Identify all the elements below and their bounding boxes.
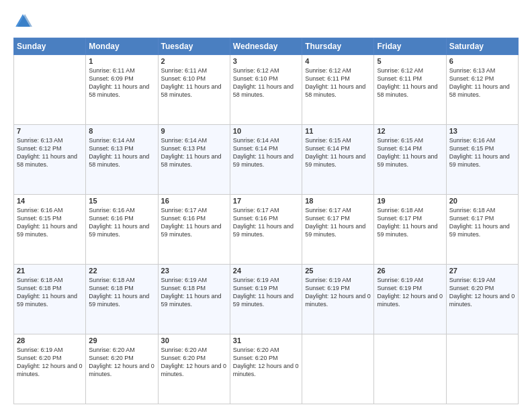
calendar-cell: 6Sunrise: 6:13 AMSunset: 6:12 PMDaylight… <box>446 55 518 125</box>
cell-info: Sunrise: 6:17 AMSunset: 6:17 PMDaylight:… <box>305 206 371 239</box>
calendar-cell: 19Sunrise: 6:18 AMSunset: 6:17 PMDayligh… <box>374 195 446 265</box>
cell-info: Sunrise: 6:20 AMSunset: 6:20 PMDaylight:… <box>89 346 154 379</box>
cell-info: Sunrise: 6:16 AMSunset: 6:16 PMDaylight:… <box>89 206 154 239</box>
cell-info: Sunrise: 6:11 AMSunset: 6:09 PMDaylight:… <box>89 66 154 99</box>
calendar-cell: 24Sunrise: 6:19 AMSunset: 6:19 PMDayligh… <box>230 265 302 334</box>
day-number: 29 <box>89 336 154 345</box>
cell-info: Sunrise: 6:16 AMSunset: 6:15 PMDaylight:… <box>17 206 83 239</box>
day-number: 25 <box>305 267 371 275</box>
day-number: 24 <box>233 267 299 275</box>
calendar-week-row: 28Sunrise: 6:19 AMSunset: 6:20 PMDayligh… <box>14 334 519 404</box>
cell-info: Sunrise: 6:19 AMSunset: 6:18 PMDaylight:… <box>161 276 227 309</box>
weekday-header: Wednesday <box>230 38 302 55</box>
cell-info: Sunrise: 6:19 AMSunset: 6:20 PMDaylight:… <box>449 276 515 309</box>
calendar-cell: 11Sunrise: 6:15 AMSunset: 6:14 PMDayligh… <box>302 125 374 195</box>
cell-info: Sunrise: 6:14 AMSunset: 6:13 PMDaylight:… <box>89 136 154 169</box>
calendar-cell: 20Sunrise: 6:18 AMSunset: 6:17 PMDayligh… <box>446 195 518 265</box>
cell-info: Sunrise: 6:19 AMSunset: 6:19 PMDaylight:… <box>377 276 443 309</box>
day-number: 20 <box>449 197 515 205</box>
calendar-table: SundayMondayTuesdayWednesdayThursdayFrid… <box>13 38 519 404</box>
cell-info: Sunrise: 6:13 AMSunset: 6:12 PMDaylight:… <box>449 66 515 99</box>
calendar-cell: 21Sunrise: 6:18 AMSunset: 6:18 PMDayligh… <box>14 265 86 334</box>
cell-info: Sunrise: 6:17 AMSunset: 6:16 PMDaylight:… <box>233 206 299 239</box>
cell-info: Sunrise: 6:18 AMSunset: 6:18 PMDaylight:… <box>89 276 154 309</box>
calendar-cell: 27Sunrise: 6:19 AMSunset: 6:20 PMDayligh… <box>446 265 518 334</box>
calendar-cell: 18Sunrise: 6:17 AMSunset: 6:17 PMDayligh… <box>302 195 374 265</box>
cell-info: Sunrise: 6:19 AMSunset: 6:19 PMDaylight:… <box>305 276 371 309</box>
day-number: 16 <box>161 197 227 205</box>
weekday-header: Tuesday <box>158 38 230 55</box>
day-number: 15 <box>89 197 154 205</box>
calendar-cell: 13Sunrise: 6:16 AMSunset: 6:15 PMDayligh… <box>446 125 518 195</box>
cell-info: Sunrise: 6:12 AMSunset: 6:10 PMDaylight:… <box>233 66 299 99</box>
day-number: 27 <box>449 267 515 275</box>
cell-info: Sunrise: 6:12 AMSunset: 6:11 PMDaylight:… <box>377 66 443 99</box>
header <box>13 12 519 31</box>
cell-info: Sunrise: 6:13 AMSunset: 6:12 PMDaylight:… <box>17 136 83 169</box>
cell-info: Sunrise: 6:18 AMSunset: 6:18 PMDaylight:… <box>17 276 83 309</box>
calendar-cell: 23Sunrise: 6:19 AMSunset: 6:18 PMDayligh… <box>158 265 230 334</box>
day-number: 8 <box>89 127 154 135</box>
calendar-cell: 3Sunrise: 6:12 AMSunset: 6:10 PMDaylight… <box>230 55 302 125</box>
calendar-cell: 8Sunrise: 6:14 AMSunset: 6:13 PMDaylight… <box>86 125 158 195</box>
day-number: 2 <box>161 57 227 65</box>
day-number: 19 <box>377 197 443 205</box>
calendar-cell: 4Sunrise: 6:12 AMSunset: 6:11 PMDaylight… <box>302 55 374 125</box>
day-number: 13 <box>449 127 515 135</box>
day-number: 30 <box>161 336 227 345</box>
page: SundayMondayTuesdayWednesdayThursdayFrid… <box>0 0 532 411</box>
cell-info: Sunrise: 6:20 AMSunset: 6:20 PMDaylight:… <box>233 346 299 379</box>
cell-info: Sunrise: 6:20 AMSunset: 6:20 PMDaylight:… <box>161 346 227 379</box>
day-number: 10 <box>233 127 299 135</box>
logo <box>13 12 35 31</box>
day-number: 11 <box>305 127 371 135</box>
cell-info: Sunrise: 6:15 AMSunset: 6:14 PMDaylight:… <box>305 136 371 169</box>
calendar-cell: 25Sunrise: 6:19 AMSunset: 6:19 PMDayligh… <box>302 265 374 334</box>
day-number: 26 <box>377 267 443 275</box>
calendar-cell: 9Sunrise: 6:14 AMSunset: 6:13 PMDaylight… <box>158 125 230 195</box>
day-number: 9 <box>161 127 227 135</box>
calendar-cell: 29Sunrise: 6:20 AMSunset: 6:20 PMDayligh… <box>86 334 158 404</box>
calendar-cell: 12Sunrise: 6:15 AMSunset: 6:14 PMDayligh… <box>374 125 446 195</box>
calendar-week-row: 14Sunrise: 6:16 AMSunset: 6:15 PMDayligh… <box>14 195 519 265</box>
cell-info: Sunrise: 6:14 AMSunset: 6:13 PMDaylight:… <box>161 136 227 169</box>
logo-icon <box>13 12 32 31</box>
cell-info: Sunrise: 6:19 AMSunset: 6:20 PMDaylight:… <box>17 346 83 379</box>
day-number: 18 <box>305 197 371 205</box>
cell-info: Sunrise: 6:15 AMSunset: 6:14 PMDaylight:… <box>377 136 443 169</box>
day-number: 28 <box>17 336 83 345</box>
calendar-cell: 30Sunrise: 6:20 AMSunset: 6:20 PMDayligh… <box>158 334 230 404</box>
calendar-cell: 2Sunrise: 6:11 AMSunset: 6:10 PMDaylight… <box>158 55 230 125</box>
calendar-cell: 17Sunrise: 6:17 AMSunset: 6:16 PMDayligh… <box>230 195 302 265</box>
calendar-cell: 15Sunrise: 6:16 AMSunset: 6:16 PMDayligh… <box>86 195 158 265</box>
cell-info: Sunrise: 6:18 AMSunset: 6:17 PMDaylight:… <box>377 206 443 239</box>
day-number: 14 <box>17 197 83 205</box>
calendar-cell: 16Sunrise: 6:17 AMSunset: 6:16 PMDayligh… <box>158 195 230 265</box>
cell-info: Sunrise: 6:17 AMSunset: 6:16 PMDaylight:… <box>161 206 227 239</box>
day-number: 7 <box>17 127 83 135</box>
calendar-cell: 22Sunrise: 6:18 AMSunset: 6:18 PMDayligh… <box>86 265 158 334</box>
day-number: 1 <box>89 57 154 65</box>
calendar-cell: 14Sunrise: 6:16 AMSunset: 6:15 PMDayligh… <box>14 195 86 265</box>
day-number: 4 <box>305 57 371 65</box>
calendar-cell: 5Sunrise: 6:12 AMSunset: 6:11 PMDaylight… <box>374 55 446 125</box>
day-number: 22 <box>89 267 154 275</box>
cell-info: Sunrise: 6:16 AMSunset: 6:15 PMDaylight:… <box>449 136 515 169</box>
calendar-cell <box>446 334 518 404</box>
calendar-cell: 10Sunrise: 6:14 AMSunset: 6:14 PMDayligh… <box>230 125 302 195</box>
weekday-header: Monday <box>86 38 158 55</box>
calendar-cell: 7Sunrise: 6:13 AMSunset: 6:12 PMDaylight… <box>14 125 86 195</box>
calendar-week-row: 21Sunrise: 6:18 AMSunset: 6:18 PMDayligh… <box>14 265 519 334</box>
cell-info: Sunrise: 6:11 AMSunset: 6:10 PMDaylight:… <box>161 66 227 99</box>
cell-info: Sunrise: 6:19 AMSunset: 6:19 PMDaylight:… <box>233 276 299 309</box>
day-number: 12 <box>377 127 443 135</box>
day-number: 23 <box>161 267 227 275</box>
calendar-cell <box>302 334 374 404</box>
calendar-cell <box>14 55 86 125</box>
day-number: 31 <box>233 336 299 345</box>
calendar-week-row: 7Sunrise: 6:13 AMSunset: 6:12 PMDaylight… <box>14 125 519 195</box>
day-number: 17 <box>233 197 299 205</box>
day-number: 6 <box>449 57 515 65</box>
weekday-header: Saturday <box>446 38 518 55</box>
calendar-header-row: SundayMondayTuesdayWednesdayThursdayFrid… <box>14 38 519 55</box>
